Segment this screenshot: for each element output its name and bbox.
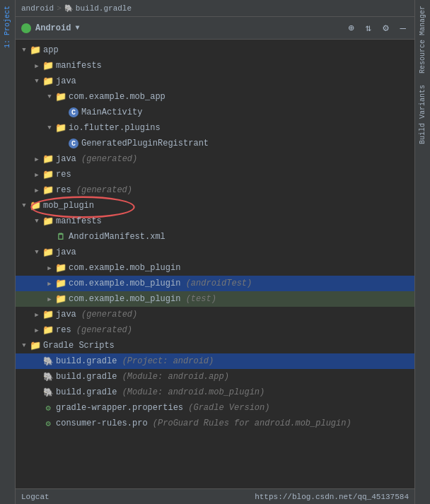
tree-item-6[interactable]: 📁io.flutter.plugins <box>16 120 414 136</box>
build-variants-tab[interactable]: Build Variants <box>417 79 428 150</box>
tree-item-4[interactable]: 📁com.example.mob_app <box>16 89 414 105</box>
tree-label: io.flutter.plugins <box>69 123 412 133</box>
tree-item-23[interactable]: 🐘build.gradle (Module: android.mob_plugi… <box>16 385 414 400</box>
tree-label: build.gradle (Module: android.app) <box>56 372 412 382</box>
tree-item-7[interactable]: CGeneratedPluginRegistrant <box>16 136 414 151</box>
tree-label: AndroidManifest.xml <box>69 232 412 242</box>
tree-item-15[interactable]: 📁com.example.mob_plugin <box>16 260 414 276</box>
folder-icon: 📁 <box>42 169 54 180</box>
tree-arrow[interactable] <box>31 76 42 87</box>
tree-arrow[interactable] <box>31 184 42 196</box>
tree-label: GeneratedPluginRegistrant <box>81 139 412 148</box>
folder-icon: 📁 <box>42 60 54 71</box>
tree-item-18[interactable]: 📁java (generated) <box>16 307 414 322</box>
tree-item-5[interactable]: CMainActivity <box>16 105 414 120</box>
tree-label: manifests <box>56 216 412 226</box>
tree-arrow[interactable] <box>31 153 42 165</box>
minimize-button[interactable]: — <box>397 21 409 35</box>
tree-label: consumer-rules.pro (ProGuard Rules for a… <box>56 418 412 428</box>
folder-icon: 📁 <box>55 293 66 305</box>
tree-arrow[interactable] <box>31 418 42 429</box>
tree-arrow[interactable] <box>44 231 55 242</box>
breadcrumb-android[interactable]: android <box>21 4 54 13</box>
tree-label: com.example.mob_plugin (androidTest) <box>69 279 412 288</box>
tree-label: res <box>56 170 412 180</box>
tree-arrow[interactable] <box>57 107 68 118</box>
tree-label: com.example.mob_app <box>69 92 412 102</box>
status-url: https://blog.csdn.net/qq_45137584 <box>255 493 409 501</box>
tree-label: java (generated) <box>56 310 412 320</box>
tree-arrow[interactable] <box>31 216 42 227</box>
tree-item-16[interactable]: 📁com.example.mob_plugin (androidTest) <box>16 276 414 291</box>
tree-arrow[interactable] <box>44 278 55 289</box>
tree-item-8[interactable]: 📁java (generated) <box>16 151 414 167</box>
breadcrumb-file[interactable]: build.gradle <box>76 4 132 13</box>
expand-button[interactable]: ⇅ <box>363 20 374 35</box>
tree-arrow[interactable] <box>44 262 55 274</box>
toolbar-dropdown[interactable]: ▼ <box>75 24 79 32</box>
tree-item-13[interactable]: 🗒AndroidManifest.xml <box>16 229 414 245</box>
tree-arrow[interactable] <box>18 340 30 351</box>
tree-arrow[interactable] <box>44 293 55 305</box>
globe-button[interactable]: ⊕ <box>345 20 356 35</box>
xml-icon: 🗒 <box>55 231 66 242</box>
gradle-icon: 🐘 <box>42 356 54 367</box>
tree-item-2[interactable]: 📁manifests <box>16 58 414 74</box>
tree-label: manifests <box>56 61 412 71</box>
folder-icon: 📁 <box>55 278 66 289</box>
resource-manager-tab[interactable]: Resource Manager <box>417 0 428 79</box>
tree-arrow[interactable] <box>31 309 42 320</box>
project-tab[interactable]: 1: Project <box>2 0 13 54</box>
right-sidebar-tabs: Resource Manager Build Variants <box>414 0 430 504</box>
tree-label: java <box>56 76 412 86</box>
logcat-label[interactable]: Logcat <box>21 493 50 501</box>
tree-arrow[interactable] <box>18 200 30 211</box>
tree-arrow[interactable] <box>31 387 42 398</box>
tree-arrow[interactable] <box>31 60 42 71</box>
tree-arrow[interactable] <box>57 138 68 149</box>
tree-item-11[interactable]: 📁mob_plugin <box>16 198 414 213</box>
tree-item-21[interactable]: 🐘build.gradle (Project: android) <box>16 353 414 369</box>
tree-label: gradle-wrapper.properties (Gradle Versio… <box>56 403 412 413</box>
tree-item-3[interactable]: 📁java <box>16 74 414 89</box>
tree-label: com.example.mob_plugin (test) <box>69 294 412 304</box>
folder-icon: 📁 <box>55 91 66 102</box>
tree-arrow[interactable] <box>31 247 42 258</box>
folder-icon: 📁 <box>42 184 54 196</box>
c-icon: C <box>68 138 79 149</box>
tree-item-19[interactable]: 📁res (generated) <box>16 322 414 338</box>
tree-item-14[interactable]: 📁java <box>16 245 414 260</box>
tree-item-17[interactable]: 📁com.example.mob_plugin (test) <box>16 291 414 307</box>
settings-button[interactable]: ⚙ <box>380 20 391 35</box>
tree-label: build.gradle (Module: android.mob_plugin… <box>56 387 412 397</box>
tree-arrow[interactable] <box>31 356 42 367</box>
left-sidebar-tabs: 1: Project <box>0 0 16 504</box>
tree-arrow[interactable] <box>31 324 42 336</box>
tree-arrow[interactable] <box>44 122 55 134</box>
tree-label: java <box>56 247 412 257</box>
folder-icon: 📁 <box>42 309 54 320</box>
folder-icon: 📁 <box>42 76 54 87</box>
toolbar-left: Android ▼ <box>21 23 79 33</box>
tree-label: MainActivity <box>81 107 412 117</box>
tree-arrow[interactable] <box>31 169 42 180</box>
tree-item-20[interactable]: 📁Gradle Scripts <box>16 338 414 353</box>
tree-item-12[interactable]: 📁manifests <box>16 213 414 229</box>
file-tree[interactable]: 📁app📁manifests📁java📁com.example.mob_appC… <box>16 40 414 488</box>
tree-label: com.example.mob_plugin <box>69 263 412 273</box>
tree-arrow[interactable] <box>31 402 42 414</box>
folder-icon: 📁 <box>42 153 54 165</box>
tree-item-24[interactable]: ⚙gradle-wrapper.properties (Gradle Versi… <box>16 400 414 416</box>
tree-arrow[interactable] <box>44 91 55 102</box>
tree-arrow[interactable] <box>31 371 42 382</box>
tree-item-25[interactable]: ⚙consumer-rules.pro (ProGuard Rules for … <box>16 416 414 431</box>
gradle-icon: 🐘 <box>42 371 54 382</box>
tree-label: mob_plugin <box>43 201 412 211</box>
tree-item-1[interactable]: 📁app <box>16 42 414 58</box>
tree-item-10[interactable]: 📁res (generated) <box>16 182 414 198</box>
tree-arrow[interactable] <box>18 45 30 56</box>
android-icon <box>21 23 31 33</box>
tree-item-22[interactable]: 🐘build.gradle (Module: android.app) <box>16 369 414 385</box>
gradle-icon-breadcrumb: 🐘 <box>64 4 73 13</box>
tree-item-9[interactable]: 📁res <box>16 167 414 182</box>
